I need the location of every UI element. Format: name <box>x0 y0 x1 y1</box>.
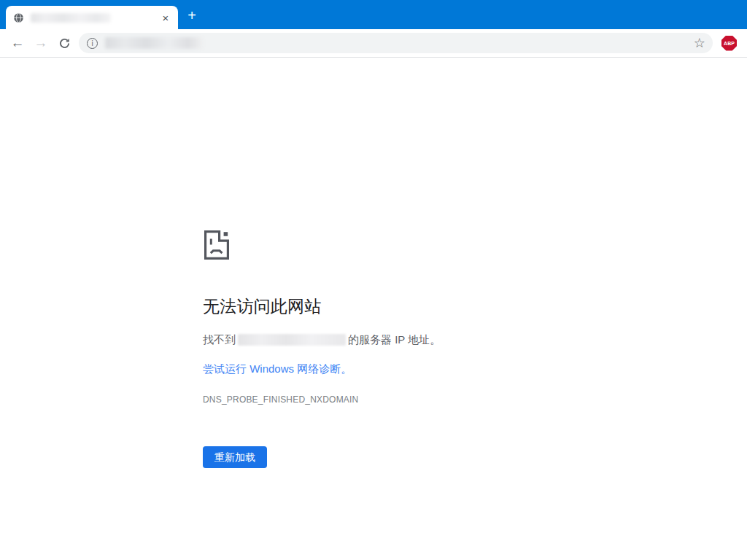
diagnostic-line: 尝试运行 Windows 网络诊断。 <box>203 362 538 376</box>
reload-page-button[interactable]: 重新加载 <box>203 446 267 468</box>
browser-window: × + ← → i ☆ ABP <box>0 0 747 560</box>
browser-toolbar: ← → i ☆ ABP <box>0 29 747 58</box>
page-info-icon[interactable]: i <box>87 38 98 49</box>
tab-strip: × + <box>0 0 747 29</box>
error-message-suffix: 的服务器 IP 地址。 <box>348 333 441 346</box>
close-tab-icon[interactable]: × <box>159 11 172 24</box>
error-message-prefix: 找不到 <box>203 333 236 346</box>
omnibox-url-field[interactable]: i ☆ <box>79 33 713 53</box>
bookmark-star-icon[interactable]: ☆ <box>694 36 705 50</box>
reload-icon[interactable] <box>53 31 76 55</box>
windows-diagnostics-link[interactable]: 尝试运行 Windows 网络诊断。 <box>203 362 352 375</box>
redacted-tab-title <box>31 13 111 23</box>
back-icon[interactable]: ← <box>6 31 29 55</box>
adblock-abp-icon: ABP <box>721 36 737 51</box>
error-title: 无法访问此网站 <box>203 295 538 318</box>
extension-button[interactable]: ABP <box>717 36 741 51</box>
forward-icon[interactable]: → <box>29 31 53 55</box>
error-code: DNS_PROBE_FINISHED_NXDOMAIN <box>203 394 538 405</box>
sad-page-icon <box>203 229 231 261</box>
redacted-url <box>105 37 203 49</box>
browser-tab[interactable]: × <box>6 6 178 29</box>
error-message: 找不到的服务器 IP 地址。 <box>203 332 538 346</box>
redacted-domain <box>238 334 346 346</box>
globe-favicon-icon <box>13 12 24 23</box>
new-tab-button[interactable]: + <box>183 7 201 24</box>
network-error-panel: 无法访问此网站 找不到的服务器 IP 地址。 尝试运行 Windows 网络诊断… <box>203 229 538 468</box>
page-content: 无法访问此网站 找不到的服务器 IP 地址。 尝试运行 Windows 网络诊断… <box>0 58 747 560</box>
